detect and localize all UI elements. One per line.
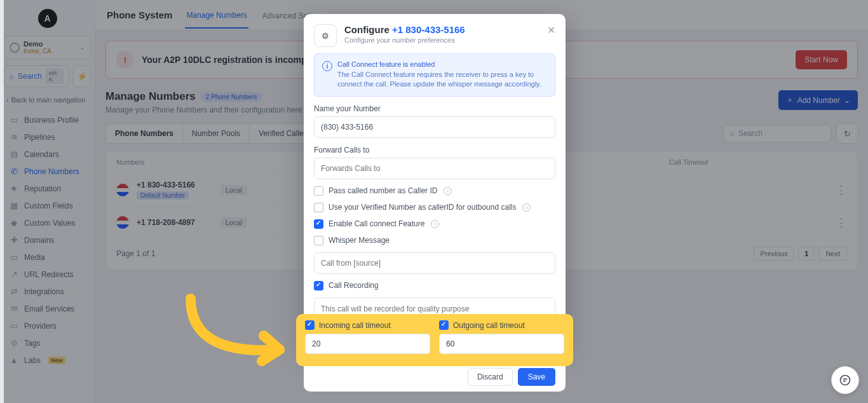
outgoing-timeout-input[interactable]	[439, 334, 564, 354]
modal-title-prefix: Configure	[344, 24, 390, 35]
outgoing-timeout-toggle[interactable]: Outgoing call timeout	[439, 320, 564, 330]
banner-text: The Call Connect feature requires the re…	[337, 70, 547, 90]
help-fab[interactable]	[831, 366, 859, 394]
svg-point-0	[841, 376, 850, 385]
info-icon[interactable]: i	[444, 187, 452, 195]
discard-button[interactable]: Discard	[468, 368, 513, 386]
checkbox-checked[interactable]	[439, 320, 449, 330]
incoming-timeout-toggle[interactable]: Incoming call timeout	[305, 320, 430, 330]
opt-whisper[interactable]: Whisper Message	[314, 236, 555, 245]
save-button[interactable]: Save	[518, 368, 555, 386]
name-label: Name your Number	[314, 104, 555, 113]
checkbox-checked[interactable]	[314, 219, 323, 229]
checkbox-unchecked[interactable]	[314, 186, 323, 196]
configure-number-modal: ⚙ Configure +1 830-433-5166 Configure yo…	[304, 14, 566, 350]
opt-recording[interactable]: Call Recording	[314, 281, 555, 290]
banner-title: Call Connect feature is enabled	[337, 60, 547, 68]
name-input[interactable]	[314, 116, 555, 138]
opt-caller-id[interactable]: Pass called number as Caller ID i	[314, 186, 555, 196]
modal-phone-number: +1 830-433-5166	[392, 24, 465, 35]
timeout-highlight: Incoming call timeout Outgoing call time…	[296, 314, 573, 366]
incoming-timeout-input[interactable]	[305, 334, 430, 354]
forward-label: Forward Calls to	[314, 146, 555, 154]
checkbox-unchecked[interactable]	[314, 236, 323, 245]
modal-footer: Discard Save	[304, 362, 566, 392]
modal-subtitle: Configure your number preferences	[344, 36, 465, 44]
call-connect-banner: i Call Connect feature is enabled The Ca…	[314, 53, 555, 97]
info-icon[interactable]: i	[522, 203, 531, 212]
forward-input[interactable]	[314, 158, 555, 179]
window-edge	[0, 0, 4, 403]
opt-verified-caller[interactable]: Use your Verified Number as callerID for…	[314, 203, 555, 212]
checkbox-checked[interactable]	[314, 281, 323, 290]
checkbox-unchecked[interactable]	[314, 203, 323, 212]
info-icon: i	[322, 61, 332, 71]
gear-icon: ⚙	[314, 24, 337, 47]
checkbox-checked[interactable]	[305, 320, 315, 330]
whisper-input[interactable]	[314, 252, 555, 274]
close-icon[interactable]: ✕	[547, 24, 555, 36]
opt-call-connect[interactable]: Enable Call connect Feature i	[314, 219, 555, 229]
info-icon[interactable]: i	[431, 220, 439, 228]
